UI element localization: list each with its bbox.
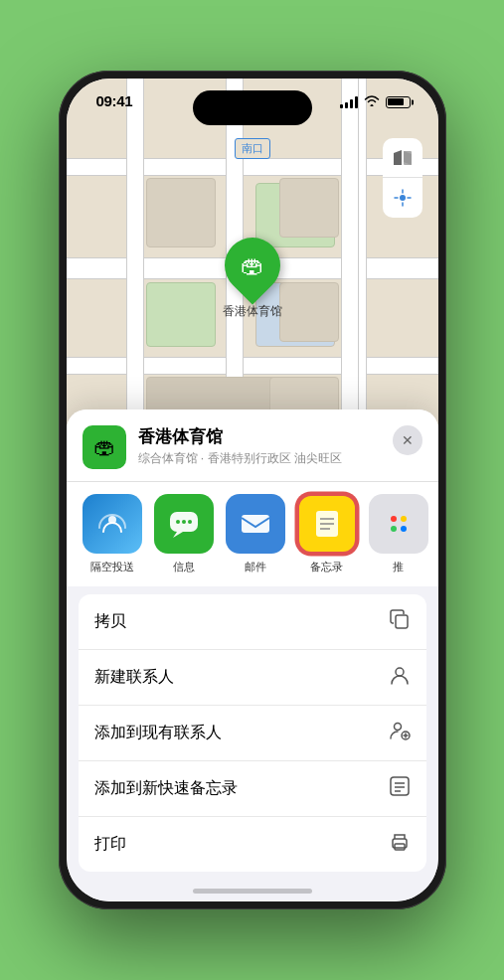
print-icon bbox=[389, 831, 411, 858]
venue-card-icon: 🏟 bbox=[83, 425, 126, 469]
map-controls bbox=[383, 138, 422, 218]
venue-pin-container: 🏟 香港体育馆 bbox=[223, 238, 282, 320]
action-quick-note[interactable]: 添加到新快速备忘录 bbox=[79, 761, 426, 817]
share-row: 隔空投送 信息 bbox=[67, 481, 438, 586]
action-print[interactable]: 打印 bbox=[79, 817, 426, 872]
new-contact-icon bbox=[389, 664, 411, 691]
dynamic-island bbox=[193, 90, 312, 125]
quick-note-label: 添加到新快速备忘录 bbox=[94, 778, 238, 799]
venue-title: 香港体育馆 bbox=[138, 425, 381, 448]
print-label: 打印 bbox=[94, 834, 126, 855]
venue-card: 🏟 香港体育馆 综合体育馆 · 香港特别行政区 油尖旺区 ✕ bbox=[67, 409, 438, 481]
svg-point-4 bbox=[400, 195, 406, 201]
action-copy[interactable]: 拷贝 bbox=[79, 594, 426, 650]
home-indicator bbox=[193, 889, 312, 894]
more-dots bbox=[391, 516, 407, 532]
new-contact-label: 新建联系人 bbox=[94, 667, 174, 688]
map-type-button[interactable] bbox=[383, 138, 422, 178]
messages-label: 信息 bbox=[173, 560, 195, 574]
share-item-airdrop[interactable]: 隔空投送 bbox=[83, 494, 142, 574]
svg-marker-7 bbox=[173, 532, 183, 538]
add-contact-label: 添加到现有联系人 bbox=[94, 723, 222, 743]
quick-note-icon bbox=[389, 775, 411, 802]
action-new-contact[interactable]: 新建联系人 bbox=[79, 650, 426, 706]
venue-info: 香港体育馆 综合体育馆 · 香港特别行政区 油尖旺区 bbox=[138, 425, 381, 467]
bottom-sheet: 🏟 香港体育馆 综合体育馆 · 香港特别行政区 油尖旺区 ✕ bbox=[67, 409, 438, 901]
venue-pin-icon: 🏟 bbox=[241, 251, 264, 279]
action-list: 拷贝 新建联系人 bbox=[79, 594, 426, 872]
wifi-icon bbox=[364, 94, 380, 109]
svg-point-8 bbox=[176, 520, 180, 524]
more-icon bbox=[369, 494, 428, 554]
action-add-contact[interactable]: 添加到现有联系人 bbox=[79, 706, 426, 761]
venue-subtitle: 综合体育馆 · 香港特别行政区 油尖旺区 bbox=[138, 450, 381, 467]
messages-icon bbox=[154, 494, 214, 554]
svg-rect-22 bbox=[391, 777, 409, 795]
airdrop-icon bbox=[83, 494, 142, 554]
svg-rect-16 bbox=[396, 615, 408, 628]
svg-point-10 bbox=[188, 520, 192, 524]
svg-marker-2 bbox=[394, 150, 402, 165]
status-time: 09:41 bbox=[96, 92, 133, 109]
svg-point-9 bbox=[182, 520, 186, 524]
map-label-south-gate: 南口 bbox=[235, 138, 270, 159]
airdrop-label: 隔空投送 bbox=[90, 560, 134, 574]
share-item-mail[interactable]: 邮件 bbox=[226, 494, 285, 574]
venue-pin-label: 香港体育馆 bbox=[223, 303, 282, 320]
phone-frame: 09:41 bbox=[59, 71, 446, 909]
status-icons bbox=[340, 94, 411, 109]
copy-icon bbox=[389, 608, 411, 635]
notes-icon bbox=[297, 494, 357, 554]
location-button[interactable] bbox=[383, 178, 422, 218]
notes-label: 备忘录 bbox=[310, 560, 343, 574]
svg-rect-27 bbox=[395, 844, 405, 850]
share-item-notes[interactable]: 备忘录 bbox=[297, 494, 357, 574]
signal-icon bbox=[340, 96, 358, 108]
more-label: 推 bbox=[393, 560, 404, 574]
home-indicator-space bbox=[67, 872, 438, 901]
copy-label: 拷贝 bbox=[94, 611, 126, 632]
share-item-messages[interactable]: 信息 bbox=[154, 494, 214, 574]
mail-label: 邮件 bbox=[245, 560, 266, 574]
venue-pin: 🏟 bbox=[213, 226, 291, 304]
share-item-more[interactable]: 推 bbox=[369, 494, 428, 574]
mail-icon bbox=[226, 494, 285, 554]
svg-rect-11 bbox=[242, 515, 269, 533]
add-contact-icon bbox=[389, 720, 411, 746]
svg-point-17 bbox=[396, 668, 404, 676]
battery-icon bbox=[386, 96, 411, 108]
close-button[interactable]: ✕ bbox=[393, 425, 422, 455]
phone-screen: 09:41 bbox=[67, 79, 438, 901]
svg-point-18 bbox=[394, 724, 401, 731]
